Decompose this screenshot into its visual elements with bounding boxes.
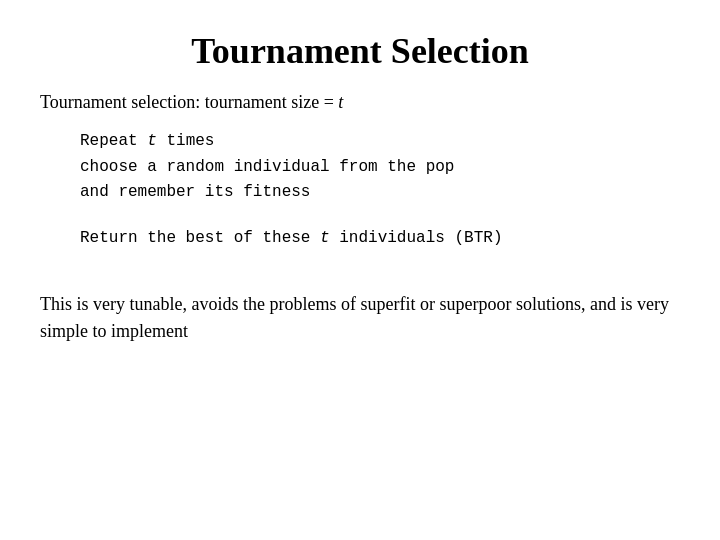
slide: Tournament Selection Tournament selectio… [0, 0, 720, 540]
subtitle-text-prefix: Tournament selection: tournament size = [40, 92, 338, 112]
slide-title: Tournament Selection [40, 30, 680, 72]
times-text: times [157, 132, 215, 150]
return-var-t: t [320, 229, 330, 247]
subtitle-var: t [338, 92, 343, 112]
code-line-2: choose a random individual from the pop [80, 155, 680, 181]
return-line: Return the best of these t individuals (… [80, 226, 680, 252]
description-text: This is very tunable, avoids the problem… [40, 291, 680, 345]
return-suffix: individuals (BTR) [330, 229, 503, 247]
repeat-text: Repeat [80, 132, 147, 150]
code-line-3: and remember its fitness [80, 180, 680, 206]
code-line-1: Repeat t times [80, 129, 680, 155]
code-var-t: t [147, 132, 157, 150]
return-prefix: Return the best of these [80, 229, 320, 247]
code-block: Repeat t times choose a random individua… [80, 129, 680, 206]
subtitle: Tournament selection: tournament size = … [40, 92, 680, 113]
